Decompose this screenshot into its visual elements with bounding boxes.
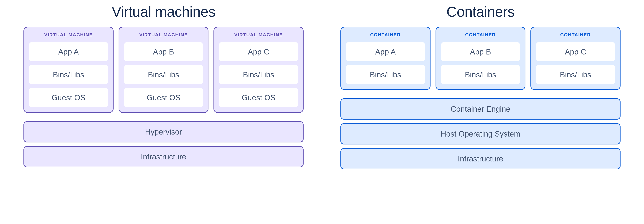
container-unit: CONTAINER App A Bins/Libs bbox=[340, 27, 430, 90]
vm-bins-layer: Bins/Libs bbox=[219, 65, 298, 84]
containers-column: Containers CONTAINER App A Bins/Libs CON… bbox=[340, 3, 620, 173]
vm-unit: VIRTUAL MACHINE App B Bins/Libs Guest OS bbox=[118, 27, 209, 113]
container-engine-layer: Container Engine bbox=[340, 98, 620, 120]
container-bins-layer: Bins/Libs bbox=[346, 65, 425, 84]
vm-unit: VIRTUAL MACHINE App C Bins/Libs Guest OS bbox=[214, 27, 304, 113]
container-unit-label: CONTAINER bbox=[441, 32, 520, 38]
vm-guest-layer: Guest OS bbox=[219, 88, 298, 107]
vm-app-layer: App C bbox=[219, 42, 298, 61]
vm-boxes-row: VIRTUAL MACHINE App A Bins/Libs Guest OS… bbox=[24, 27, 304, 113]
diagram-container: Virtual machines VIRTUAL MACHINE App A B… bbox=[5, 3, 639, 173]
vm-unit-label: VIRTUAL MACHINE bbox=[219, 32, 298, 38]
vm-app-layer: App B bbox=[124, 42, 203, 61]
container-unit: CONTAINER App C Bins/Libs bbox=[530, 27, 620, 90]
vm-bins-layer: Bins/Libs bbox=[29, 65, 108, 84]
container-app-layer: App B bbox=[441, 42, 520, 61]
vm-title: Virtual machines bbox=[112, 3, 215, 20]
vm-hypervisor-layer: Hypervisor bbox=[24, 121, 304, 142]
vm-app-layer: App A bbox=[29, 42, 108, 61]
container-bins-layer: Bins/Libs bbox=[441, 65, 520, 84]
container-bins-layer: Bins/Libs bbox=[536, 65, 615, 84]
host-os-layer: Host Operating System bbox=[340, 123, 620, 145]
vm-infrastructure-layer: Infrastructure bbox=[24, 146, 304, 167]
vm-unit: VIRTUAL MACHINE App A Bins/Libs Guest OS bbox=[24, 27, 114, 113]
container-unit-label: CONTAINER bbox=[536, 32, 615, 38]
vm-bins-layer: Bins/Libs bbox=[124, 65, 203, 84]
container-unit-label: CONTAINER bbox=[346, 32, 425, 38]
container-unit: CONTAINER App B Bins/Libs bbox=[436, 27, 526, 90]
containers-boxes-row: CONTAINER App A Bins/Libs CONTAINER App … bbox=[340, 27, 620, 90]
vm-guest-layer: Guest OS bbox=[29, 88, 108, 107]
vm-column: Virtual machines VIRTUAL MACHINE App A B… bbox=[24, 3, 304, 171]
vm-unit-label: VIRTUAL MACHINE bbox=[29, 32, 108, 38]
container-app-layer: App A bbox=[346, 42, 425, 61]
containers-title: Containers bbox=[446, 3, 514, 20]
vm-unit-label: VIRTUAL MACHINE bbox=[124, 32, 203, 38]
container-app-layer: App C bbox=[536, 42, 615, 61]
container-infrastructure-layer: Infrastructure bbox=[340, 148, 620, 169]
vm-guest-layer: Guest OS bbox=[124, 88, 203, 107]
